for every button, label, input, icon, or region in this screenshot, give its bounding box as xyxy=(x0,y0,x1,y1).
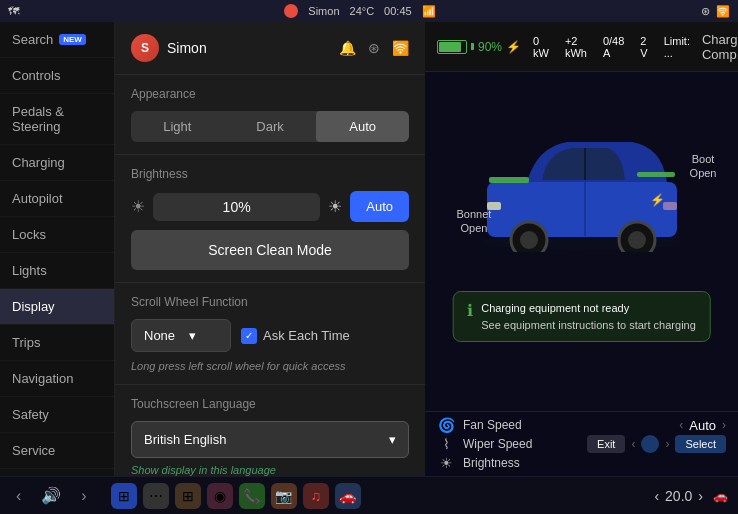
quick-settings-panel: 🌀 Fan Speed ‹ Auto › ⌇ Wiper Speed Exit … xyxy=(425,411,738,476)
wiper-chevron-right: › xyxy=(665,437,669,451)
sidebar-item-software[interactable]: Software xyxy=(0,469,114,476)
language-dropdown[interactable]: British English ▾ xyxy=(131,421,409,458)
chevron-down-icon: ▾ xyxy=(189,328,196,343)
chevron-left-icon: ‹ xyxy=(679,418,683,432)
bell-icon[interactable]: 🔔 xyxy=(339,40,356,56)
appearance-label: Appearance xyxy=(131,87,409,101)
taskbar: ‹ 🔊 › ⊞ ⋯ ⊞ ◉ 📞 📷 ♫ 🚗 ‹ 20.0 › 🚗 xyxy=(0,476,738,514)
appearance-auto-btn[interactable]: Auto xyxy=(316,111,409,142)
select-btn[interactable]: Select xyxy=(675,435,726,453)
top-bar-center: Simon 24°C 00:45 📶 xyxy=(284,4,435,18)
top-status-bar: 🗺 Simon 24°C 00:45 📶 ⊛ 🛜 xyxy=(0,0,738,22)
charging-title: Charging Comp... xyxy=(702,32,738,62)
brightness-auto-btn[interactable]: Auto xyxy=(350,191,409,222)
wiper-indicator xyxy=(641,435,659,453)
bluetooth-icon[interactable]: ⊛ xyxy=(368,40,380,56)
sidebar-item-trips[interactable]: Trips xyxy=(0,325,114,361)
new-badge: NEW xyxy=(59,34,86,45)
charging-status-line1: Charging equipment not ready xyxy=(481,300,696,317)
user-name: Simon xyxy=(167,40,207,56)
fan-speed-label: Fan Speed xyxy=(463,418,671,432)
forward-button[interactable]: › xyxy=(75,483,92,509)
svg-point-4 xyxy=(520,231,538,249)
brightness-row: ☀ 10% ☀ Auto xyxy=(131,191,409,222)
fan-speed-row: 🌀 Fan Speed ‹ Auto › xyxy=(437,417,726,433)
app-dots[interactable]: ⋯ xyxy=(143,483,169,509)
ask-each-time-checkbox[interactable]: ✓ xyxy=(241,328,257,344)
search-label: Search xyxy=(12,32,53,47)
sidebar-item-pedals[interactable]: Pedals & Steering xyxy=(0,94,114,145)
app-camera[interactable]: 📷 xyxy=(271,483,297,509)
chevron-right-temp[interactable]: › xyxy=(698,488,703,504)
car-area: ⚡ BonnetOpen BootOpen ℹ Charging equipme… xyxy=(425,72,738,352)
sun-dim-icon: ☀ xyxy=(131,197,145,216)
chevron-left-temp[interactable]: ‹ xyxy=(654,488,659,504)
charging-stats: 0 kW +2 kWh 0/48 A 2 V Limit: ... xyxy=(533,35,690,59)
sidebar-item-lights[interactable]: Lights xyxy=(0,253,114,289)
language-value: British English xyxy=(144,432,226,447)
appearance-section: Appearance Light Dark Auto xyxy=(115,75,425,155)
ask-each-time-wrap[interactable]: ✓ Ask Each Time xyxy=(241,328,350,344)
top-bar-left: 🗺 xyxy=(8,5,19,17)
temp-reading: 24°C xyxy=(350,5,375,17)
battery-indicator: 90% ⚡ xyxy=(437,40,521,54)
avatar: S xyxy=(131,34,159,62)
appearance-dark-btn[interactable]: Dark xyxy=(224,111,317,142)
sidebar-item-locks[interactable]: Locks xyxy=(0,217,114,253)
brightness-value: 10% xyxy=(163,199,310,215)
lightning-icon: ⚡ xyxy=(506,40,521,54)
svg-rect-11 xyxy=(637,172,675,177)
brightness-quick-row: ☀ Brightness xyxy=(437,455,726,471)
sidebar-item-safety[interactable]: Safety xyxy=(0,397,114,433)
svg-text:⚡: ⚡ xyxy=(650,192,665,207)
app-home[interactable]: ⊞ xyxy=(111,483,137,509)
sidebar-item-search[interactable]: Search NEW xyxy=(0,22,114,58)
car-svg: ⚡ xyxy=(467,122,697,252)
appearance-light-btn[interactable]: Light xyxy=(131,111,224,142)
exit-btn[interactable]: Exit xyxy=(587,435,625,453)
svg-rect-10 xyxy=(489,177,529,183)
user-info: S Simon xyxy=(131,34,207,62)
charging-status-banner: ℹ Charging equipment not ready See equip… xyxy=(452,291,711,342)
app-music[interactable]: ♫ xyxy=(303,483,329,509)
screen-clean-mode-btn[interactable]: Screen Clean Mode xyxy=(131,230,409,270)
sidebar-item-navigation[interactable]: Navigation xyxy=(0,361,114,397)
battery-percent: 90% xyxy=(478,40,502,54)
map-icon: 🗺 xyxy=(8,5,19,17)
volume-button[interactable]: 🔊 xyxy=(35,482,67,509)
sidebar-item-autopilot[interactable]: Autopilot xyxy=(0,181,114,217)
app-phone[interactable]: 📞 xyxy=(239,483,265,509)
app-grid[interactable]: ⊞ xyxy=(175,483,201,509)
header-icons: 🔔 ⊛ 🛜 xyxy=(339,40,409,56)
avatar-small xyxy=(284,4,298,18)
signal-icon: 📶 xyxy=(422,5,436,18)
back-button[interactable]: ‹ xyxy=(10,483,27,509)
stat-v: 2 V xyxy=(640,35,647,59)
user-header: S Simon 🔔 ⊛ 🛜 xyxy=(115,22,425,75)
language-hint: Show display in this language xyxy=(131,464,409,476)
scroll-hint: Long press left scroll wheel for quick a… xyxy=(131,360,409,372)
sidebar-item-display[interactable]: Display xyxy=(0,289,114,325)
wifi-settings-icon[interactable]: 🛜 xyxy=(392,40,409,56)
main-content: Search NEW Controls Pedals & Steering Ch… xyxy=(0,22,738,476)
sidebar-item-charging[interactable]: Charging xyxy=(0,145,114,181)
sidebar-item-controls[interactable]: Controls xyxy=(0,58,114,94)
sidebar-item-service[interactable]: Service xyxy=(0,433,114,469)
scroll-option-value: None xyxy=(144,328,175,343)
time-display: 00:45 xyxy=(384,5,412,17)
wiper-speed-row: ⌇ Wiper Speed Exit ‹ › Select xyxy=(437,435,726,453)
app-car[interactable]: 🚗 xyxy=(335,483,361,509)
scroll-function-dropdown[interactable]: None ▾ xyxy=(131,319,231,352)
car-visualization: ⚡ BonnetOpen BootOpen xyxy=(467,122,697,302)
temp-value: 20.0 xyxy=(665,488,692,504)
car-icon-taskbar: 🚗 xyxy=(713,489,728,503)
battery-bar xyxy=(437,40,467,54)
brightness-slider-wrap[interactable]: 10% xyxy=(153,193,320,221)
battery-tip xyxy=(471,43,474,50)
app-circle[interactable]: ◉ xyxy=(207,483,233,509)
sun-bright-icon: ☀ xyxy=(328,197,342,216)
ask-each-time-label: Ask Each Time xyxy=(263,328,350,343)
wiper-chevron-left: ‹ xyxy=(631,437,635,451)
charging-status-text: Charging equipment not ready See equipme… xyxy=(481,300,696,333)
svg-rect-8 xyxy=(663,202,677,210)
